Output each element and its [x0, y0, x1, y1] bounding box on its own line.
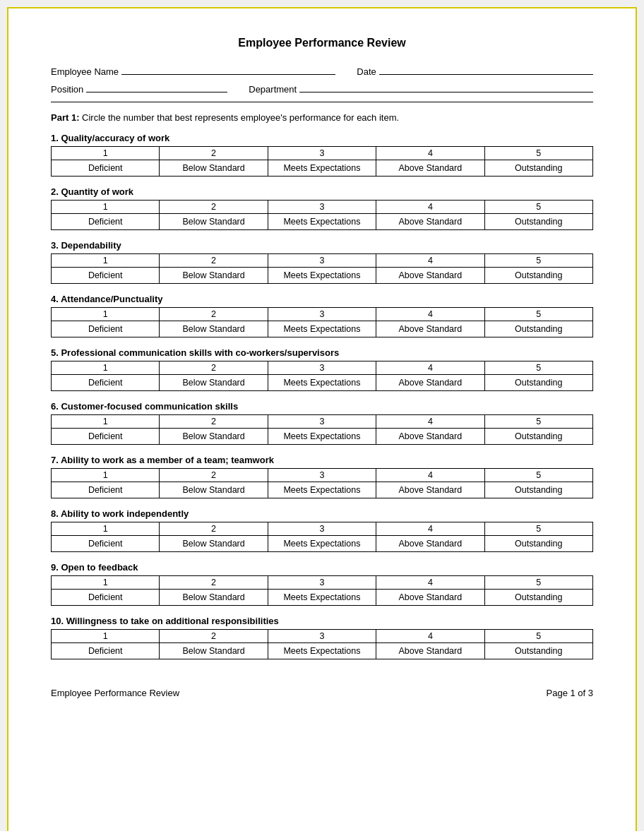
rating-table-1: 12345DeficientBelow StandardMeets Expect…: [51, 146, 593, 177]
section-title-9: 9. Open to feedback: [51, 562, 593, 573]
section-title-5: 5. Professional communication skills wit…: [51, 347, 593, 358]
part-label: Part 1:: [51, 112, 79, 123]
section-title-2: 2. Quantity of work: [51, 186, 593, 197]
footer-right: Page 1 of 3: [547, 688, 594, 698]
rating-desc-deficient: Deficient: [52, 590, 160, 606]
rating-number-4: 4: [376, 147, 484, 160]
rating-desc-outstanding: Outstanding: [484, 375, 592, 391]
form-row-position: Position Department: [51, 84, 593, 95]
rating-number-4: 4: [376, 415, 484, 429]
rating-number-5: 5: [484, 522, 592, 536]
rating-desc-above-standard: Above Standard: [376, 429, 484, 445]
rating-table-6: 12345DeficientBelow StandardMeets Expect…: [51, 414, 593, 445]
employee-name-label: Employee Name: [51, 66, 119, 77]
rating-desc-below-standard: Below Standard: [160, 643, 268, 659]
rating-table-9: 12345DeficientBelow StandardMeets Expect…: [51, 575, 593, 606]
rating-number-5: 5: [484, 469, 592, 482]
rating-number-2: 2: [160, 201, 268, 214]
rating-number-1: 1: [52, 201, 160, 214]
rating-number-3: 3: [268, 201, 376, 214]
section-title-3: 3. Dependability: [51, 240, 593, 251]
rating-number-4: 4: [376, 201, 484, 214]
rating-number-4: 4: [376, 254, 484, 268]
rating-number-1: 1: [52, 308, 160, 321]
rating-number-5: 5: [484, 147, 592, 160]
rating-desc-above-standard: Above Standard: [376, 214, 484, 230]
divider: [51, 102, 593, 102]
section-title-1: 1. Quality/accuracy of work: [51, 133, 593, 143]
rating-desc-above-standard: Above Standard: [376, 482, 484, 498]
rating-number-5: 5: [484, 201, 592, 214]
page-title: Employee Performance Review: [51, 37, 593, 49]
employee-name-line: [121, 74, 335, 75]
rating-desc-above-standard: Above Standard: [376, 643, 484, 659]
rating-number-2: 2: [160, 254, 268, 268]
rating-desc-outstanding: Outstanding: [484, 214, 592, 230]
rating-desc-above-standard: Above Standard: [376, 321, 484, 337]
section-title-10: 10. Willingness to take on additional re…: [51, 616, 593, 626]
rating-number-5: 5: [484, 308, 592, 321]
rating-desc-deficient: Deficient: [52, 214, 160, 230]
rating-desc-deficient: Deficient: [52, 536, 160, 552]
rating-number-1: 1: [52, 415, 160, 429]
rating-table-4: 12345DeficientBelow StandardMeets Expect…: [51, 307, 593, 337]
rating-desc-deficient: Deficient: [52, 268, 160, 284]
form-row-name: Employee Name Date: [51, 66, 593, 77]
rating-desc-below-standard: Below Standard: [160, 590, 268, 606]
rating-number-2: 2: [160, 522, 268, 536]
rating-number-2: 2: [160, 361, 268, 375]
section-title-7: 7. Ability to work as a member of a team…: [51, 455, 593, 465]
rating-desc-outstanding: Outstanding: [484, 268, 592, 284]
rating-number-4: 4: [376, 522, 484, 536]
rating-number-1: 1: [52, 469, 160, 482]
rating-desc-below-standard: Below Standard: [160, 536, 268, 552]
rating-desc-below-standard: Below Standard: [160, 268, 268, 284]
rating-number-5: 5: [484, 415, 592, 429]
rating-number-3: 3: [268, 522, 376, 536]
rating-desc-outstanding: Outstanding: [484, 643, 592, 659]
sections-container: 1. Quality/accuracy of work12345Deficien…: [51, 133, 593, 659]
rating-desc-deficient: Deficient: [52, 643, 160, 659]
rating-desc-below-standard: Below Standard: [160, 214, 268, 230]
rating-number-1: 1: [52, 361, 160, 375]
rating-desc-meets-expectations: Meets Expectations: [268, 268, 376, 284]
rating-desc-outstanding: Outstanding: [484, 536, 592, 552]
form-fields: Employee Name Date Position Department: [51, 66, 593, 95]
rating-desc-outstanding: Outstanding: [484, 429, 592, 445]
department-label: Department: [249, 84, 297, 95]
rating-number-3: 3: [268, 147, 376, 160]
rating-number-4: 4: [376, 630, 484, 643]
page-footer: Employee Performance Review Page 1 of 3: [51, 681, 593, 698]
rating-number-3: 3: [268, 361, 376, 375]
rating-desc-meets-expectations: Meets Expectations: [268, 429, 376, 445]
rating-desc-deficient: Deficient: [52, 321, 160, 337]
rating-number-5: 5: [484, 361, 592, 375]
rating-number-2: 2: [160, 308, 268, 321]
rating-desc-meets-expectations: Meets Expectations: [268, 643, 376, 659]
rating-desc-meets-expectations: Meets Expectations: [268, 321, 376, 337]
section-title-8: 8. Ability to work independently: [51, 508, 593, 519]
rating-table-8: 12345DeficientBelow StandardMeets Expect…: [51, 522, 593, 552]
part-instruction: Part 1: Circle the number that best repr…: [51, 112, 593, 123]
rating-desc-meets-expectations: Meets Expectations: [268, 214, 376, 230]
rating-desc-below-standard: Below Standard: [160, 375, 268, 391]
rating-desc-below-standard: Below Standard: [160, 429, 268, 445]
rating-desc-outstanding: Outstanding: [484, 321, 592, 337]
rating-desc-above-standard: Above Standard: [376, 160, 484, 177]
rating-number-3: 3: [268, 415, 376, 429]
rating-desc-meets-expectations: Meets Expectations: [268, 160, 376, 177]
rating-number-4: 4: [376, 361, 484, 375]
rating-table-10: 12345DeficientBelow StandardMeets Expect…: [51, 629, 593, 659]
rating-desc-above-standard: Above Standard: [376, 536, 484, 552]
rating-number-2: 2: [160, 576, 268, 590]
rating-number-2: 2: [160, 415, 268, 429]
rating-desc-below-standard: Below Standard: [160, 321, 268, 337]
rating-number-1: 1: [52, 522, 160, 536]
rating-desc-outstanding: Outstanding: [484, 160, 592, 177]
section-title-6: 6. Customer-focused communication skills: [51, 401, 593, 412]
rating-number-3: 3: [268, 576, 376, 590]
rating-number-3: 3: [268, 308, 376, 321]
instruction-text: Circle the number that best represents e…: [79, 112, 399, 123]
section-title-4: 4. Attendance/Punctuality: [51, 294, 593, 304]
rating-desc-meets-expectations: Meets Expectations: [268, 375, 376, 391]
